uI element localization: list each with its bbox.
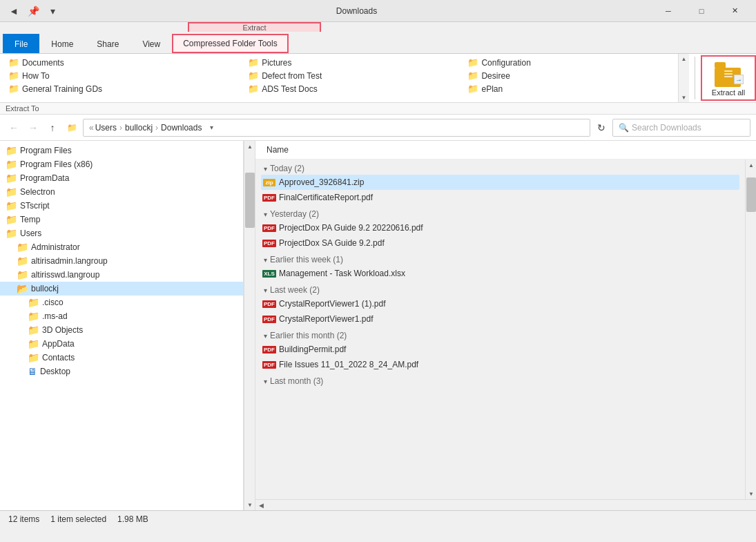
zip-line: [724, 73, 733, 75]
ribbon-scroll-down[interactable]: ▼: [679, 93, 690, 102]
tree-item-contacts[interactable]: 📁 Contacts: [0, 351, 243, 365]
pin-button[interactable]: 📌: [25, 3, 41, 19]
tab-file[interactable]: File: [3, 34, 39, 53]
zip-line: [724, 76, 733, 77]
tab-home[interactable]: Home: [39, 34, 85, 53]
tree-item-label: .cisco: [42, 298, 64, 307]
tree-item-administrator[interactable]: 📁 Administrator: [0, 240, 243, 254]
minimize-button[interactable]: ─: [652, 0, 684, 22]
scroll-thumb[interactable]: [245, 173, 255, 228]
address-dropdown-button[interactable]: ▾: [204, 119, 218, 136]
title-bar: ◄ 📌 ▾ Downloads ─ □ ✕: [0, 0, 756, 22]
folder-icon: 📁: [6, 145, 17, 156]
tree-item-3d-objects[interactable]: 📁 3D Objects: [0, 323, 243, 337]
folder-icon: 📁: [6, 200, 17, 211]
tree-item-altirisswd[interactable]: 📁 altirisswd.langroup: [0, 268, 243, 282]
file-item-crystal-1[interactable]: PDF CrystalReportViewer1 (1).pdf: [261, 296, 739, 311]
file-name: CrystalReportViewer1 (1).pdf: [279, 299, 386, 309]
folder-icon: 📁: [17, 242, 28, 253]
breadcrumb-users[interactable]: Users: [95, 123, 117, 133]
tree-item-selectron[interactable]: 📁 Selectron: [0, 185, 243, 199]
location-icon-button[interactable]: 📁: [64, 119, 80, 136]
fav-ads-test-docs[interactable]: 📁 ADS Test Docs: [245, 83, 463, 95]
file-scroll-up-arrow[interactable]: ▲: [746, 159, 756, 171]
tree-item-cisco[interactable]: 📁 .cisco: [0, 296, 243, 309]
pdf-file-icon: PDF: [264, 313, 275, 325]
nav-panel-container: 📁 Program Files 📁 Program Files (x86) 📁 …: [0, 141, 255, 510]
back-nav-button[interactable]: ←: [6, 119, 22, 136]
address-bar[interactable]: « Users › bullockj › Downloads ▾: [83, 119, 590, 137]
file-item-crystal-2[interactable]: PDF CrystalReportViewer1.pdf: [261, 311, 739, 327]
scroll-up-arrow[interactable]: ▲: [244, 141, 255, 152]
file-panel-scrollbar: ▲ ▼: [745, 159, 756, 499]
collapse-panel-button[interactable]: ◀: [255, 500, 266, 511]
file-size: 1.98 MB: [117, 514, 148, 524]
tree-item-label: Desktop: [40, 367, 70, 376]
fav-pictures[interactable]: 📁 Pictures: [245, 57, 463, 68]
group-last-month[interactable]: ▾ Last month (3): [261, 372, 739, 387]
group-last-week[interactable]: ▾ Last week (2): [261, 281, 739, 296]
ribbon-scroll-controls: ▲ ▼: [678, 54, 689, 102]
group-earlier-week[interactable]: ▾ Earlier this week (1): [261, 251, 739, 266]
folder-icon: 📁: [467, 84, 478, 94]
group-today[interactable]: ▾ Today (2): [261, 159, 739, 175]
tab-compressed-folder-tools[interactable]: Compressed Folder Tools: [172, 34, 289, 53]
file-item-approved-zip[interactable]: zip Approved_3926841.zip: [261, 175, 739, 190]
tree-item-bullockj[interactable]: 📂 bullockj: [0, 282, 243, 296]
fav-general-training[interactable]: 📁 General Training GDs: [6, 83, 244, 95]
file-scroll-down-arrow[interactable]: ▼: [746, 488, 756, 499]
close-button[interactable]: ✕: [719, 0, 750, 22]
maximize-button[interactable]: □: [686, 0, 717, 22]
col-name-header[interactable]: Name: [264, 144, 291, 156]
fav-desiree[interactable]: 📁 Desiree: [465, 70, 672, 81]
tree-item-altirisadmin[interactable]: 📁 altirisadmin.langroup: [0, 254, 243, 268]
tree-item-desktop[interactable]: 🖥 Desktop: [0, 365, 243, 378]
forward-nav-button[interactable]: →: [25, 119, 41, 136]
search-box[interactable]: 🔍 Search Downloads: [612, 119, 750, 137]
group-yesterday[interactable]: ▾ Yesterday (2): [261, 205, 739, 220]
tree-item-program-files-x86[interactable]: 📁 Program Files (x86): [0, 157, 243, 171]
folder-icon: 📁: [248, 57, 259, 68]
dropdown-button[interactable]: ▾: [44, 3, 61, 19]
breadcrumb-downloads[interactable]: Downloads: [161, 123, 202, 133]
fav-configuration[interactable]: 📁 Configuration: [465, 57, 672, 68]
scroll-track[interactable]: [244, 152, 255, 499]
scroll-down-arrow[interactable]: ▼: [244, 499, 255, 510]
file-item-building-permit[interactable]: PDF BuildingPermit.pdf: [261, 342, 739, 357]
group-label: Earlier this week (1): [270, 255, 343, 264]
file-scroll-thumb[interactable]: [746, 177, 756, 212]
tree-item-stscript[interactable]: 📁 STscript: [0, 199, 243, 213]
ribbon-scroll-up[interactable]: ▲: [679, 54, 690, 64]
back-button[interactable]: ◄: [6, 3, 22, 19]
file-scroll-track[interactable]: [746, 171, 756, 488]
fav-eplan[interactable]: 📁 ePlan: [465, 83, 672, 95]
refresh-button[interactable]: ↻: [593, 119, 610, 136]
tree-item-program-files[interactable]: 📁 Program Files: [0, 144, 243, 157]
nav-panel: 📁 Program Files 📁 Program Files (x86) 📁 …: [0, 141, 244, 510]
tab-share[interactable]: Share: [85, 34, 130, 53]
fav-defect-from-test[interactable]: 📁 Defect from Test: [245, 70, 463, 81]
tree-item-users[interactable]: 📁 Users: [0, 226, 243, 240]
tree-item-temp[interactable]: 📁 Temp: [0, 213, 243, 226]
fav-howto[interactable]: 📁 How To: [6, 70, 244, 81]
folder-icon: 📁: [17, 269, 28, 280]
tree-item-programdata[interactable]: 📁 ProgramData: [0, 171, 243, 185]
breadcrumb-sep-1: ›: [119, 123, 122, 133]
extract-all-button[interactable]: → Extract all: [701, 55, 756, 101]
file-item-management-xlsx[interactable]: XLS Management - Task Workload.xlsx: [261, 266, 739, 281]
tab-view[interactable]: View: [130, 34, 172, 53]
file-item-file-issues[interactable]: PDF File Issues 11_01_2022 8_24_AM.pdf: [261, 357, 739, 372]
tree-item-appdata[interactable]: 📁 AppData: [0, 337, 243, 351]
file-item-projectdox-pa[interactable]: PDF ProjectDox PA Guide 9.2 20220616.pdf: [261, 220, 739, 235]
tree-item-label: bullockj: [31, 284, 59, 293]
group-label: Last month (3): [270, 376, 323, 386]
breadcrumb-bullockj[interactable]: bullockj: [125, 123, 153, 133]
status-bar: 12 items 1 item selected 1.98 MB: [0, 510, 756, 527]
extract-arrow-icon: →: [734, 75, 744, 84]
fav-documents[interactable]: 📁 Documents: [6, 57, 244, 68]
file-item-final-cert[interactable]: PDF FinalCertificateReport.pdf: [261, 190, 739, 205]
file-item-projectdox-sa[interactable]: PDF ProjectDox SA Guide 9.2.pdf: [261, 235, 739, 251]
up-nav-button[interactable]: ↑: [44, 119, 61, 136]
tree-item-ms-ad[interactable]: 📁 .ms-ad: [0, 309, 243, 323]
group-earlier-month[interactable]: ▾ Earlier this month (2): [261, 327, 739, 342]
